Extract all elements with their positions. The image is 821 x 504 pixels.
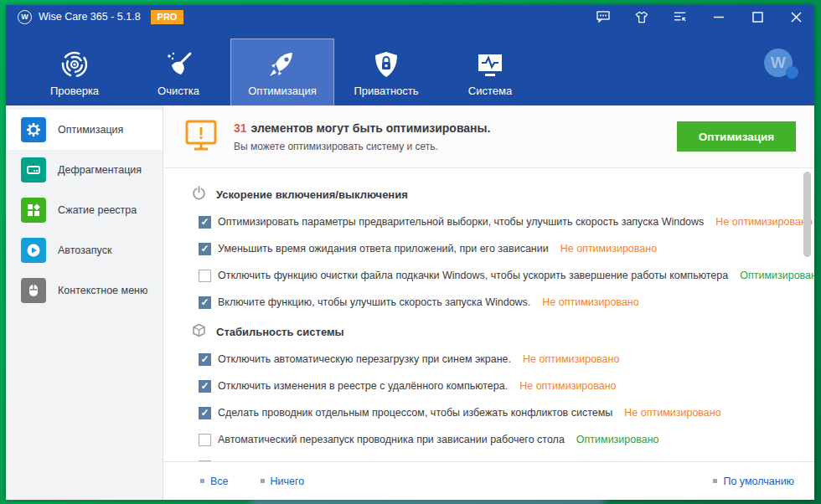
setting-row: Закрывать не отвечающие процессы во избе… <box>199 453 791 461</box>
setting-status: Оптимизировано <box>576 434 659 445</box>
setting-checkbox[interactable] <box>199 380 211 393</box>
tab-checkup[interactable]: Проверка <box>23 40 127 105</box>
sidebar-item-label: Автозапуск <box>58 244 111 256</box>
sidebar-item-label: Сжатие реестра <box>58 204 137 216</box>
setting-label: Автоматический перезапуск проводника при… <box>218 434 565 445</box>
setting-status: Не оптимизировано <box>715 216 812 228</box>
summary-header: ! 31элементов могут быть оптимизированы.… <box>163 105 814 168</box>
setting-checkbox[interactable] <box>199 434 211 446</box>
sidebar-item-label: Дефрагментация <box>58 164 142 176</box>
power-icon <box>192 186 206 203</box>
sidebar-item-context-menu[interactable]: Контекстное меню <box>6 270 163 311</box>
svg-text:!: ! <box>199 124 204 142</box>
tab-privacy[interactable]: Приватность <box>334 40 438 105</box>
tab-system[interactable]: Система <box>438 40 542 105</box>
setting-row: Отключить изменения в реестре с удалённо… <box>199 373 791 399</box>
setting-checkbox[interactable] <box>199 243 211 255</box>
settings-list: Ускорение включения/выключения Оптимизир… <box>163 168 814 461</box>
list-footer: Все Ничего По умолчанию <box>163 461 814 500</box>
summary-title: 31элементов могут быть оптимизированы. <box>234 121 490 135</box>
tab-label: Проверка <box>50 85 99 97</box>
setting-checkbox[interactable] <box>199 216 211 229</box>
avatar-letter: W <box>771 54 786 72</box>
shield-lock-icon <box>373 49 400 79</box>
setting-row: Автоматический перезапуск проводника при… <box>199 426 791 453</box>
blocks-icon <box>21 198 46 223</box>
setting-status: Не оптимизировано <box>624 407 720 419</box>
setting-status: Не оптимизировано <box>523 353 619 365</box>
pro-badge: PRO <box>151 10 184 24</box>
setting-row: Уменьшить время ожидания ответа приложен… <box>199 235 791 262</box>
app-logo-icon: W <box>18 10 32 24</box>
setting-label: Включите функцию, чтобы улучшить скорост… <box>218 296 530 308</box>
section-title: Стабильность системы <box>216 326 344 338</box>
setting-row: Сделать проводник отдельным процессом, ч… <box>199 399 791 426</box>
gear-icon <box>21 117 46 142</box>
setting-status: Не оптимизировано <box>560 243 657 255</box>
section-title: Ускорение включения/выключения <box>216 188 408 201</box>
user-avatar[interactable]: W <box>764 49 793 77</box>
rocket-icon <box>267 49 297 79</box>
tab-label: Приватность <box>354 85 418 97</box>
scrollbar-thumb[interactable] <box>803 172 811 257</box>
bullet-icon <box>261 479 265 483</box>
setting-checkbox[interactable] <box>199 407 211 419</box>
setting-status: Оптимизировано <box>740 270 814 281</box>
close-icon[interactable] <box>789 10 803 23</box>
sidebar: Оптимизация Дефрагментация Сжатие реестр… <box>6 105 163 500</box>
setting-label: Оптимизировать параметры предварительной… <box>218 216 704 228</box>
maximize-icon[interactable] <box>751 10 764 23</box>
cleanup-icon <box>163 49 194 79</box>
tab-cleanup[interactable]: Очистка <box>127 40 230 105</box>
feedback-icon[interactable] <box>596 10 610 23</box>
setting-label: Закрывать не отвечающие процессы во избе… <box>218 460 543 461</box>
tab-label: Очистка <box>157 85 199 97</box>
setting-label: Отключить функцию очистки файла подкачки… <box>218 270 728 281</box>
sidebar-item-defrag[interactable]: Дефрагментация <box>6 150 163 190</box>
main-nav: Проверка Очистка Оптимизация Приватность <box>6 28 814 105</box>
issues-count: 31 <box>234 121 247 135</box>
tab-optimization[interactable]: Оптимизация <box>230 39 334 105</box>
setting-label: Отключить автоматическую перезагрузку пр… <box>218 353 511 365</box>
setting-row: Отключить функцию очистки файла подкачки… <box>199 262 791 289</box>
sidebar-item-registry-compact[interactable]: Сжатие реестра <box>6 190 163 230</box>
monitor-pulse-icon <box>475 49 505 79</box>
skin-icon[interactable] <box>635 10 648 23</box>
bullet-icon <box>713 479 717 483</box>
sidebar-item-optimization[interactable]: Оптимизация <box>6 110 163 150</box>
summary-subtitle: Вы можете оптимизировать систему и сеть. <box>234 141 490 152</box>
alert-monitor-icon: ! <box>183 117 219 156</box>
restore-defaults-label: По умолчанию <box>723 476 794 487</box>
select-none-link[interactable]: Ничего <box>261 476 305 487</box>
setting-status: Не оптимизировано <box>519 380 616 392</box>
select-all-link[interactable]: Все <box>200 476 229 487</box>
setting-label: Отключить изменения в реестре с удалённо… <box>218 380 508 392</box>
tab-label: Система <box>468 85 512 97</box>
sidebar-item-label: Оптимизация <box>58 124 123 136</box>
tab-label: Оптимизация <box>248 85 317 97</box>
cube-icon <box>192 323 206 341</box>
setting-checkbox[interactable] <box>199 270 211 282</box>
play-icon <box>21 238 46 263</box>
restore-defaults-link[interactable]: По умолчанию <box>713 476 794 487</box>
checkup-icon <box>60 49 89 79</box>
mouse-icon <box>21 278 46 303</box>
setting-status: Оптимизировано <box>555 460 638 461</box>
section-header-boot-speed: Ускорение включения/выключения <box>192 183 791 205</box>
disk-icon <box>21 157 46 183</box>
sidebar-item-startup[interactable]: Автозапуск <box>6 230 163 270</box>
optimize-button[interactable]: Оптимизация <box>677 121 796 152</box>
setting-checkbox[interactable] <box>199 460 211 462</box>
menu-icon[interactable] <box>674 10 687 23</box>
title-bar[interactable]: W Wise Care 365 - 5.1.8 PRO <box>6 5 814 28</box>
section-header-system-stability: Стабильность системы <box>192 321 791 342</box>
setting-label: Уменьшить время ожидания ответа приложен… <box>218 243 549 255</box>
bullet-icon <box>200 479 204 483</box>
setting-row: Включите функцию, чтобы улучшить скорост… <box>199 289 791 316</box>
setting-checkbox[interactable] <box>199 296 211 309</box>
setting-row: Оптимизировать параметры предварительной… <box>199 208 791 235</box>
setting-label: Сделать проводник отдельным процессом, ч… <box>218 407 612 419</box>
minimize-icon[interactable] <box>712 10 725 23</box>
select-all-label: Все <box>210 476 229 487</box>
setting-checkbox[interactable] <box>199 353 211 366</box>
